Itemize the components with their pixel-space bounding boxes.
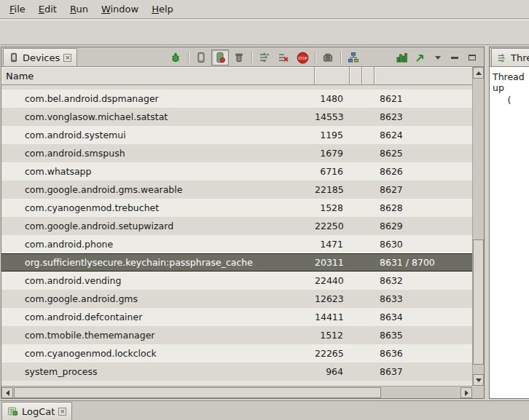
threads-message-line1: Thread up <box>493 71 526 93</box>
process-pid: 22250 <box>315 221 350 231</box>
process-name: com.cyanogenmod.lockclock <box>1 348 315 359</box>
table-row[interactable]: com.google.android.gms 12623 8633 <box>1 290 472 308</box>
process-port: 8637 <box>375 366 472 377</box>
process-port: 8634 <box>375 312 472 322</box>
gc-icon[interactable] <box>230 49 248 66</box>
threads-icon <box>497 52 507 63</box>
dump-hprof-icon[interactable] <box>211 49 229 66</box>
process-port: 8630 <box>375 239 472 250</box>
process-pid: 20311 <box>315 257 350 268</box>
menu-help[interactable]: Help <box>145 1 180 17</box>
process-name: com.android.phone <box>1 239 315 250</box>
process-pid: 22185 <box>315 184 350 195</box>
tab-devices-close-icon[interactable]: × <box>63 54 71 62</box>
table-row[interactable]: com.cyanogenmod.trebuchet 1528 8628 <box>1 199 472 217</box>
process-pid: 12623 <box>315 293 350 304</box>
column-header-port[interactable] <box>375 67 472 84</box>
table-row[interactable]: com.google.android.gms.wearable 22185 86… <box>1 181 472 199</box>
table-row[interactable]: com.tmobile.thememanager 1512 8635 <box>1 326 472 344</box>
table-rows: com.bel.android.dspmanager 1480 8621 com… <box>1 85 472 386</box>
update-heap-icon[interactable] <box>192 49 210 66</box>
vertical-scroll-thumb[interactable] <box>473 239 484 365</box>
process-pid: 14411 <box>315 312 350 322</box>
method-profiling-chart-icon[interactable] <box>393 49 410 66</box>
process-pid: 6716 <box>315 166 350 177</box>
menubar: File Edit Run Window Help <box>0 0 529 19</box>
process-port: 8632 <box>375 275 472 286</box>
table-row[interactable]: com.cyanogenmod.lockclock 22265 8636 <box>1 344 472 362</box>
process-name: com.android.defcontainer <box>1 312 315 322</box>
tab-threads[interactable]: Threads <box>491 48 529 66</box>
devices-tab-bar: Devices × <box>1 47 484 67</box>
menu-edit[interactable]: Edit <box>32 1 63 17</box>
table-row[interactable]: com.vonglasow.michael.satstat 14553 8623 <box>1 108 472 126</box>
start-method-profiling-icon[interactable] <box>275 49 292 66</box>
table-row[interactable]: com.android.smspush 1679 8625 <box>1 144 472 162</box>
table-row[interactable]: com.android.systemui 1195 8624 <box>1 126 472 144</box>
tab-logcat-close-icon[interactable]: × <box>58 408 66 416</box>
column-header-spacer[interactable] <box>362 67 375 84</box>
process-pid: 1471 <box>315 239 350 250</box>
scroll-down-icon[interactable] <box>473 374 484 386</box>
maximize-icon[interactable] <box>469 55 476 60</box>
device-icon <box>9 52 19 63</box>
process-name: com.android.systemui <box>1 130 315 140</box>
process-name: org.sufficientlysecure.keychain:passphra… <box>1 257 315 268</box>
table-row[interactable]: system_process 964 8637 <box>1 362 472 381</box>
scroll-right-icon[interactable] <box>461 387 472 398</box>
column-header-name[interactable]: Name <box>1 67 315 84</box>
table-header: Name <box>1 67 472 85</box>
update-threads-icon[interactable] <box>256 49 273 66</box>
table-row[interactable]: com.bel.android.dspmanager 1480 8621 <box>1 90 472 108</box>
process-port: 8623 <box>375 111 472 122</box>
menu-window[interactable]: Window <box>95 1 145 17</box>
minimize-icon[interactable] <box>451 57 458 59</box>
column-header-pid[interactable] <box>315 67 350 84</box>
devices-body: Name com.bel.android.dspmanager 1480 862… <box>1 67 484 398</box>
scrollbar-corner <box>472 386 484 398</box>
main-toolbar <box>0 20 529 45</box>
process-port: 8627 <box>375 184 472 195</box>
menu-run[interactable]: Run <box>63 1 95 17</box>
threads-tab-bar: Threads <box>490 47 529 67</box>
process-port: 8626 <box>375 166 472 177</box>
tab-logcat-label: LogCat <box>22 406 55 417</box>
process-name: com.google.android.gms <box>1 293 315 304</box>
horizontal-scrollbar[interactable] <box>1 386 472 398</box>
forward-arrow-icon[interactable] <box>412 49 429 66</box>
process-pid: 22440 <box>315 275 350 286</box>
process-pid: 1679 <box>315 148 350 159</box>
screen-capture-icon[interactable] <box>319 49 337 66</box>
process-port: 8633 <box>375 293 472 304</box>
process-pid: 964 <box>315 366 350 377</box>
menu-file[interactable]: File <box>3 1 32 17</box>
column-header-spacer[interactable] <box>350 67 362 84</box>
table-row-selected[interactable]: org.sufficientlysecure.keychain:passphra… <box>1 253 472 272</box>
process-name: com.tmobile.thememanager <box>1 330 315 341</box>
table-row[interactable]: com.android.defcontainer 14411 8634 <box>1 308 472 326</box>
stop-process-icon[interactable]: STOP <box>294 49 311 66</box>
table-row[interactable]: com.android.phone 1471 8630 <box>1 235 472 253</box>
scroll-up-icon[interactable] <box>473 67 484 79</box>
process-pid: 1195 <box>315 130 350 140</box>
process-pid: 14553 <box>315 111 350 122</box>
view-menu-icon[interactable] <box>435 56 441 60</box>
debug-process-icon[interactable] <box>167 49 184 66</box>
horizontal-scroll-thumb[interactable] <box>14 387 381 398</box>
table-row[interactable]: com.whatsapp 6716 8626 <box>1 162 472 181</box>
table-row[interactable]: com.android.vending 22440 8632 <box>1 272 472 290</box>
svg-text:STOP: STOP <box>297 55 307 60</box>
tab-logcat[interactable]: LogCat × <box>1 402 72 420</box>
process-name: com.google.android.gms.wearable <box>1 184 315 195</box>
process-name: com.whatsapp <box>1 166 315 177</box>
scroll-left-icon[interactable] <box>1 387 13 398</box>
tab-devices[interactable]: Devices × <box>3 48 77 66</box>
view-hierarchy-icon[interactable] <box>345 49 362 66</box>
process-port: 8628 <box>375 202 472 213</box>
threads-message-line2: ( <box>493 95 526 106</box>
toolbar-separator <box>340 51 341 64</box>
vertical-scrollbar[interactable] <box>472 67 484 398</box>
logcat-icon <box>7 406 18 416</box>
process-port: 8636 <box>375 348 472 359</box>
table-row[interactable]: com.google.android.setupwizard 22250 862… <box>1 217 472 235</box>
